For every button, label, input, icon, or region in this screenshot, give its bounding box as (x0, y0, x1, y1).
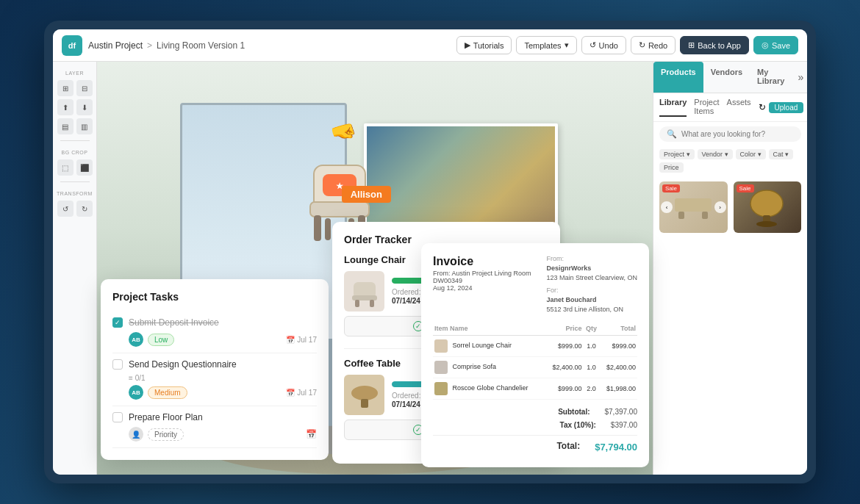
refresh-icon[interactable]: ↻ (759, 102, 766, 112)
search-icon: 🔍 (667, 129, 677, 139)
redo-icon: ↻ (639, 40, 645, 50)
back-to-app-button[interactable]: ⊞ Back to App (680, 36, 749, 54)
order-1-ordered: Ordered: 07/14/24 (392, 288, 420, 305)
task-2-name: Send Design Questionnaire (129, 359, 237, 370)
task-1-check[interactable]: ✓ (112, 317, 123, 328)
sub-tab-assets[interactable]: Assets (727, 98, 751, 117)
transform-label: TRANSFORM (53, 191, 96, 196)
invoice-item-0-price: $999.00 (545, 335, 583, 356)
task-item-1: ✓ Submit Deposit Invoice AB Low 📅 Jul 17 (112, 312, 317, 353)
layer-tool-6[interactable]: ▥ (76, 118, 93, 134)
layer-tool-4[interactable]: ⬇ (76, 99, 93, 115)
layer-tool-5[interactable]: ▤ (57, 118, 74, 134)
svg-rect-16 (355, 300, 359, 307)
bg-crop-tool-2[interactable]: ⬛ (76, 159, 93, 176)
task-2-check[interactable] (112, 359, 123, 370)
invoice-item-0-qty: 1.0 (584, 335, 600, 356)
layer-tools-2: ⬆ ⬇ (57, 99, 93, 115)
prev-arrow-1[interactable]: ‹ (661, 201, 673, 213)
invoice-title: Invoice (433, 255, 531, 268)
calendar-icon-1: 📅 (286, 336, 295, 344)
svg-point-13 (756, 221, 777, 227)
task-1-name: Submit Deposit Invoice (129, 317, 219, 328)
filter-price[interactable]: Price (659, 162, 684, 173)
invoice-item-2-total: $1,998.00 (600, 378, 637, 399)
invoice-for-label: For: (546, 287, 637, 294)
templates-button[interactable]: Templates ▾ (516, 36, 576, 54)
svg-rect-19 (361, 399, 368, 408)
svg-point-18 (351, 386, 378, 400)
sub-tab-project-items[interactable]: Project Items (694, 98, 719, 117)
monitor: df Austin Project > Living Room Version … (44, 21, 816, 483)
product-card-2[interactable]: Sale (734, 181, 802, 233)
invoice-header-row: Invoice From: Austin Project Living Room… (433, 255, 637, 314)
upload-button[interactable]: Upload (769, 102, 804, 113)
right-sub-tabs: Library Project Items Assets ↻ Upload (653, 93, 807, 122)
grid-icon: ⊞ (688, 40, 695, 50)
filter-vendor[interactable]: Vendor ▾ (698, 149, 733, 159)
tab-my-library[interactable]: My Library (750, 62, 792, 93)
undo-button[interactable]: ↺ Undo (581, 36, 626, 54)
svg-rect-10 (702, 212, 708, 219)
filter-cat[interactable]: Cat ▾ (769, 149, 794, 159)
svg-rect-15 (352, 295, 377, 300)
calendar-icon-2: 📅 (286, 389, 295, 397)
breadcrumb: Austin Project > Living Room Version 1 (88, 40, 245, 51)
bg-crop-tool-1[interactable]: ⬚ (57, 159, 74, 176)
filter-project[interactable]: Project ▾ (659, 149, 695, 159)
toolbar-divider-2 (60, 181, 90, 182)
svg-point-11 (750, 190, 783, 217)
invoice-row-2: Roscoe Globe Chandelier $999.00 2.0 $1,9… (433, 378, 637, 399)
layer-tool-3[interactable]: ⬆ (57, 99, 74, 115)
task-2-subtask: ≡ 0/1 (129, 374, 317, 382)
layer-tool-1[interactable]: ⊞ (57, 80, 74, 96)
tutorials-button[interactable]: ▶ Tutorials (456, 36, 512, 54)
task-3-check[interactable] (112, 412, 123, 422)
col-price: Price (545, 322, 583, 336)
save-button[interactable]: ◎ Save (753, 36, 798, 54)
invoice-item-0-total: $999.00 (600, 335, 637, 356)
task-3-meta: 👤 Priority 📅 (129, 427, 317, 442)
breadcrumb-page: Living Room Version 1 (157, 40, 245, 51)
bg-crop-label: BG CROP (53, 150, 96, 155)
transform-tool-2[interactable]: ↻ (76, 201, 93, 217)
project-tasks-title: Project Tasks (112, 291, 317, 303)
invoice-item-1-name: Comprise Sofa (433, 356, 545, 378)
product-card-1[interactable]: Sale ‹ › (659, 181, 728, 233)
invoice-panel: Invoice From: Austin Project Living Room… (421, 243, 649, 467)
invoice-item-2-qty: 2.0 (584, 378, 600, 399)
svg-rect-8 (675, 198, 712, 212)
sub-tab-library[interactable]: Library (659, 98, 687, 117)
bg-crop-tools: ⬚ ⬛ (57, 159, 93, 176)
task-2-avatar: AB (129, 385, 143, 400)
logo-icon: df (62, 35, 82, 56)
order-1-img (344, 271, 384, 312)
left-toolbar: LAYER ⊞ ⊟ ⬆ ⬇ ▤ ▥ BG CROP ⬚ ⬛ (53, 62, 97, 475)
invoice-item-1-qty: 1.0 (584, 356, 600, 378)
task-item-2: Send Design Questionnaire ≡ 0/1 AB Mediu… (112, 353, 317, 406)
filter-color[interactable]: Color ▾ (736, 149, 766, 159)
task-3-avatar: 👤 (129, 427, 143, 442)
col-qty: Qty (584, 322, 600, 336)
calendar-icon-3: 📅 (306, 429, 317, 439)
order-2-img (344, 375, 384, 415)
order-2-name: Coffee Table (344, 358, 401, 369)
invoice-from-block: From: DesignrWorks 123 Main Street Clear… (546, 255, 637, 314)
right-panel: Products Vendors My Library » Library Pr… (653, 62, 807, 475)
invoice-from-project: From: Austin Project Living Room DW00349… (433, 270, 531, 292)
layer-tool-2[interactable]: ⊟ (76, 80, 93, 96)
tab-vendors[interactable]: Vendors (703, 62, 750, 93)
search-input[interactable] (681, 130, 794, 138)
task-2-header: Send Design Questionnaire (112, 359, 317, 370)
order-2-ordered: Ordered: 07/14/24 (392, 392, 420, 408)
redo-button[interactable]: ↻ Redo (631, 36, 676, 54)
allison-badge: Allison (342, 186, 391, 203)
invoice-row-0: Sorrel Lounge Chair $999.00 1.0 $999.00 (433, 335, 637, 356)
more-tabs-icon[interactable]: » (792, 62, 807, 93)
next-arrow-1[interactable]: › (714, 201, 726, 213)
tab-products[interactable]: Products (653, 62, 703, 93)
invoice-item-2-price: $999.00 (545, 378, 583, 399)
layer-tools: ⊞ ⊟ (57, 80, 93, 96)
transform-tool-1[interactable]: ↺ (57, 201, 74, 217)
invoice-table-header: Item Name Price Qty Total (433, 322, 637, 336)
